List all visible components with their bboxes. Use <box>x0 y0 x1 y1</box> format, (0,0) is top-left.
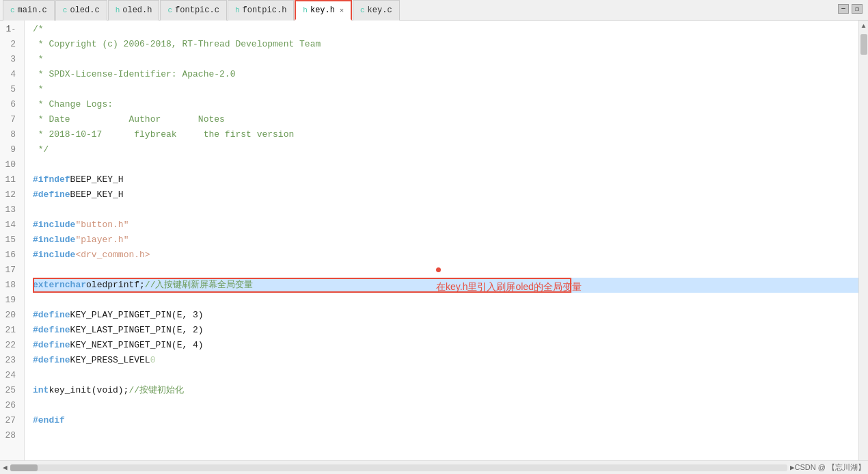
code-line-14: #include "button.h" <box>33 218 858 233</box>
red-dot-annotation <box>436 267 441 272</box>
line-number-17: 17 <box>3 263 20 278</box>
line-number-24: 24 <box>3 368 20 383</box>
tab-fontpic-c[interactable]: c fontpic.c <box>160 0 226 21</box>
line-number-28: 28 <box>3 428 20 443</box>
scroll-right-arrow[interactable]: ▶ <box>790 463 795 472</box>
code-line-25: int key_init(void); //按键初始化 <box>33 383 858 398</box>
tab-label-key-h: key.h <box>310 5 335 15</box>
tab-main-c[interactable]: c main.c <box>3 0 55 21</box>
minimize-button[interactable]: — <box>838 4 849 14</box>
tab-fontpic-h[interactable]: h fontpic.h <box>228 0 294 21</box>
vertical-scrollbar[interactable]: ▲ <box>858 21 868 460</box>
tab-icon-fontpic-c: c <box>167 6 172 14</box>
tab-key-h[interactable]: h key.h ✕ <box>295 0 352 21</box>
line-number-12: 12 <box>3 187 20 202</box>
code-line-15: #include "player.h" <box>33 233 858 248</box>
bottom-attribution: CSDN @ 【忘川湖】 <box>795 462 865 473</box>
window-controls: — ❐ <box>838 4 863 14</box>
line-number-8: 8 <box>3 127 20 142</box>
code-line-7: * Date Author Notes <box>33 112 858 127</box>
line-number-27: 27 <box>3 413 20 428</box>
code-line-23: #define KEY_PRESS_LEVEL 0 <box>33 353 858 368</box>
tab-close-key-h[interactable]: ✕ <box>340 6 344 14</box>
line-number-25: 25 <box>3 383 20 398</box>
code-line-27: #endif <box>33 413 858 428</box>
code-line-11: #ifndef BEEP_KEY_H <box>33 172 858 187</box>
tab-icon-key-h: h <box>303 6 308 14</box>
code-line-2: * Copyright (c) 2006-2018, RT-Thread Dev… <box>33 37 858 52</box>
line-number-7: 7 <box>3 112 20 127</box>
line-number-2: 2 <box>3 37 20 52</box>
tab-label-key-c: key.c <box>368 5 392 15</box>
tab-label-fontpic-h: fontpic.h <box>243 5 287 15</box>
line-number-19: 19 <box>3 293 20 308</box>
tab-label-oled-h: oled.h <box>122 5 152 15</box>
line-number-9: 9 <box>3 142 20 157</box>
tab-icon-main-c: c <box>10 6 15 14</box>
code-line-10 <box>33 157 858 172</box>
code-line-1: /* <box>33 22 858 37</box>
code-line-22: #define KEY_NEXT_PIN GET_PIN(E, 4) <box>33 338 858 353</box>
line-number-26: 26 <box>3 398 20 413</box>
bottom-bar: ◀ ▶ CSDN @ 【忘川湖】 <box>0 460 868 474</box>
code-line-18: extern char oledprintf; //入按键刷新屏幕全局变量在ke… <box>33 278 858 293</box>
scroll-up-arrow[interactable]: ▲ <box>861 22 865 31</box>
code-line-12: #define BEEP_KEY_H <box>33 187 858 202</box>
line-number-5: 5 <box>3 82 20 97</box>
line-number-21: 21 <box>3 323 20 338</box>
code-line-9: */ <box>33 142 858 157</box>
code-line-21: #define KEY_LAST_PIN GET_PIN(E, 2) <box>33 323 858 338</box>
code-area[interactable]: /* * Copyright (c) 2006-2018, RT-Thread … <box>25 21 858 460</box>
code-line-3: * <box>33 52 858 67</box>
line-number-20: 20 <box>3 308 20 323</box>
tab-icon-fontpic-h: h <box>235 6 240 14</box>
line-number-3: 3 <box>3 52 20 67</box>
horizontal-scrollbar[interactable] <box>10 464 787 471</box>
line-number-10: 10 <box>3 157 20 172</box>
restore-button[interactable]: ❐ <box>852 4 863 14</box>
code-line-17 <box>33 263 858 278</box>
line-number-16: 16 <box>3 248 20 263</box>
tab-label-fontpic-c: fontpic.c <box>175 5 219 15</box>
line-number-15: 15 <box>3 233 20 248</box>
tab-oled-h[interactable]: h oled.h <box>108 0 160 21</box>
code-line-26 <box>33 398 858 413</box>
code-line-16: #include <drv_common.h> <box>33 248 858 263</box>
horizontal-scroll-thumb <box>10 464 38 471</box>
line-number-18: 18 <box>3 278 20 293</box>
line-number-14: 14 <box>3 218 20 233</box>
line-number-6: 6 <box>3 97 20 112</box>
line-numbers: 1-23456789101112131415161718192021222324… <box>0 21 25 460</box>
code-line-28 <box>33 428 858 443</box>
tab-icon-oled-h: h <box>116 6 120 14</box>
annotation-text: 在key.h里引入刷屏oled的全局变量 <box>436 279 582 294</box>
tab-label-oled-c: oled.c <box>70 5 99 15</box>
tab-icon-oled-c: c <box>63 6 68 14</box>
line-number-11: 11 <box>3 172 20 187</box>
line-number-22: 22 <box>3 338 20 353</box>
scroll-thumb[interactable] <box>860 34 867 55</box>
editor-body: 1-23456789101112131415161718192021222324… <box>0 21 868 460</box>
code-line-13 <box>33 202 858 218</box>
code-line-5: * <box>33 82 858 97</box>
code-line-4: * SPDX-License-Identifier: Apache-2.0 <box>33 67 858 82</box>
tab-bar: c main.c c oled.c h oled.h c fontpic.c h… <box>0 0 868 21</box>
code-line-6: * Change Logs: <box>33 97 858 112</box>
tab-key-c[interactable]: c key.c <box>353 0 400 21</box>
tab-oled-c[interactable]: c oled.c <box>55 0 107 21</box>
line-number-13: 13 <box>3 202 20 218</box>
editor-window: c main.c c oled.c h oled.h c fontpic.c h… <box>0 0 868 474</box>
line-number-4: 4 <box>3 67 20 82</box>
code-line-20: #define KEY_PLAY_PIN GET_PIN(E, 3) <box>33 308 858 323</box>
code-line-8: * 2018-10-17 flybreak the first version <box>33 127 858 142</box>
tab-label-main-c: main.c <box>18 5 47 15</box>
code-line-19 <box>33 293 858 308</box>
tab-icon-key-c: c <box>360 6 365 14</box>
line-number-23: 23 <box>3 353 20 368</box>
scroll-left-arrow[interactable]: ◀ <box>3 463 8 472</box>
line-number-1: 1- <box>3 22 20 37</box>
code-line-24 <box>33 368 858 383</box>
